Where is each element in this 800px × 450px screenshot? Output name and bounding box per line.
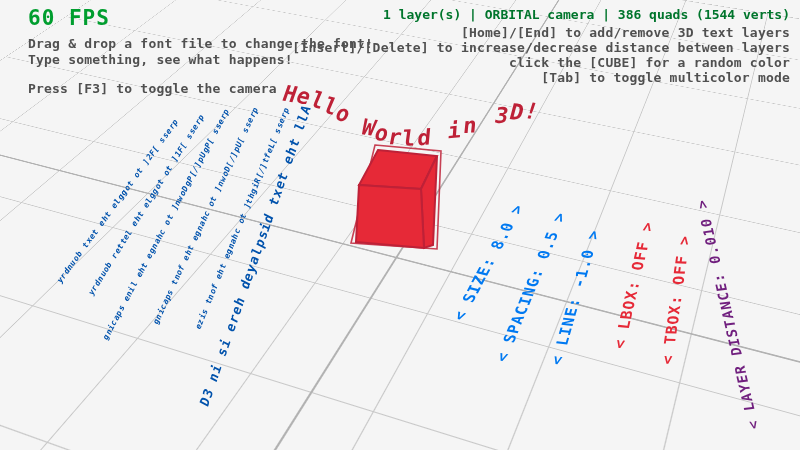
hint-toggle-camera: Press [F3] to toggle the camera xyxy=(28,81,277,96)
hint-type-something: Type something, see what happens! xyxy=(28,52,293,67)
hint-multicolor-mode: [Tab] to toggle multicolor mode xyxy=(541,70,790,85)
status-bar: 1 layer(s) | ORBITAL camera | 386 quads … xyxy=(383,7,790,22)
hint-layer-distance: [Insert]/[Delete] to increase/decrease d… xyxy=(292,40,790,55)
hint-add-remove-layers: [Home]/[End] to add/remove 3D text layer… xyxy=(461,25,790,40)
hint-cube-random-color: click the [CUBE] for a random color xyxy=(509,55,790,70)
cube-click-target[interactable] xyxy=(352,148,442,250)
fps-counter: 60 FPS xyxy=(28,6,110,30)
grid-axis-line xyxy=(0,0,571,450)
raylib-text3d-window: All the text displayed here is in 3D pre… xyxy=(0,0,800,450)
